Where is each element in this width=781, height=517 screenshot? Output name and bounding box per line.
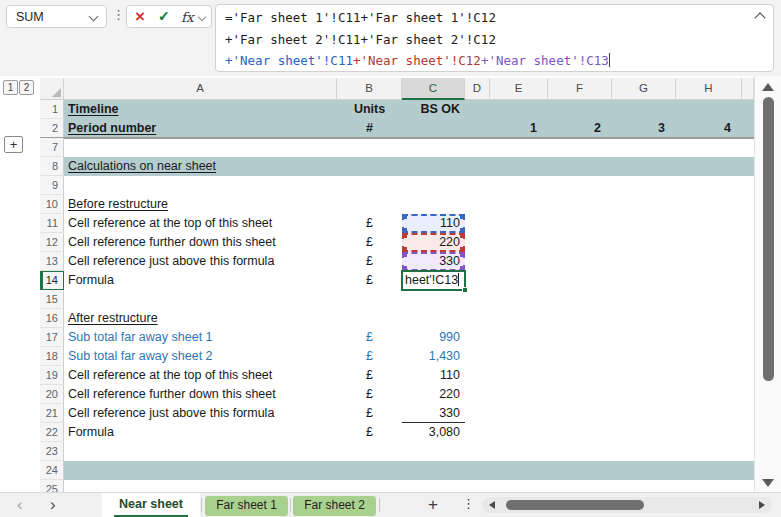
- outline-expand-button[interactable]: +: [4, 136, 23, 153]
- fill-handle[interactable]: [462, 287, 468, 293]
- horizontal-scrollbar-thumb[interactable]: [506, 500, 644, 510]
- sheet-more-icon[interactable]: ⋮: [462, 496, 475, 511]
- row-header-17[interactable]: 17: [40, 328, 64, 347]
- cell-C22[interactable]: 3,080: [402, 423, 465, 442]
- vertical-scrollbar[interactable]: [754, 76, 781, 492]
- row-header-21[interactable]: 21: [40, 404, 64, 423]
- cell-A12[interactable]: Cell reference further down this sheet: [64, 233, 337, 252]
- row-header-12[interactable]: 12: [40, 233, 64, 252]
- row-header-24[interactable]: 24: [40, 461, 64, 480]
- vertical-scrollbar-thumb[interactable]: [763, 97, 774, 381]
- cell-B13[interactable]: £: [337, 252, 402, 271]
- row-header-20[interactable]: 20: [40, 385, 64, 404]
- column-header-A[interactable]: A: [64, 78, 337, 100]
- cell-B17[interactable]: £: [337, 328, 402, 347]
- tab-far-sheet-1[interactable]: Far sheet 1: [205, 496, 288, 516]
- cell-A19[interactable]: Cell reference at the top of this sheet: [64, 366, 337, 385]
- cell-A22[interactable]: Formula: [64, 423, 337, 442]
- scroll-down-icon[interactable]: [762, 479, 774, 487]
- column-header-G[interactable]: G: [612, 78, 676, 100]
- scroll-left-icon[interactable]: [489, 501, 495, 509]
- row-header-9[interactable]: 9: [40, 176, 64, 195]
- column-header-H[interactable]: H: [676, 78, 742, 100]
- cell-C14-editing[interactable]: heet'!C13: [401, 270, 466, 291]
- cell-E2[interactable]: 1: [490, 119, 548, 138]
- cell-F2[interactable]: 2: [548, 119, 612, 138]
- cell-B2[interactable]: #: [337, 119, 402, 138]
- cell-B19[interactable]: £: [337, 366, 402, 385]
- cell-B12[interactable]: £: [337, 233, 402, 252]
- cell-B21[interactable]: £: [337, 404, 402, 423]
- enter-icon[interactable]: ✓: [158, 6, 170, 27]
- cell-B18[interactable]: £: [337, 347, 402, 366]
- name-box[interactable]: SUM: [6, 5, 107, 28]
- row-header-14[interactable]: 14: [40, 271, 64, 290]
- cell-B1[interactable]: Units: [337, 100, 402, 119]
- row-header-1[interactable]: 1: [40, 100, 64, 119]
- next-sheet-icon[interactable]: ›: [50, 493, 56, 516]
- add-sheet-icon[interactable]: +: [428, 494, 438, 516]
- prev-sheet-icon[interactable]: ‹: [17, 493, 23, 516]
- row-header-15[interactable]: 15: [40, 290, 64, 309]
- cell-G2[interactable]: 3: [612, 119, 676, 138]
- column-header-E[interactable]: E: [490, 78, 548, 100]
- cell-A18[interactable]: Sub total far away sheet 2: [64, 347, 337, 366]
- cell-C18[interactable]: 1,430: [402, 347, 465, 366]
- cell-A21[interactable]: Cell reference just above this formula: [64, 404, 337, 423]
- cell-B20[interactable]: £: [337, 385, 402, 404]
- row-header-18[interactable]: 18: [40, 347, 64, 366]
- cell-C1[interactable]: BS OK: [402, 100, 465, 119]
- cell-A8[interactable]: Calculations on near sheet: [64, 157, 337, 176]
- outline-level-button-2[interactable]: 2: [19, 80, 34, 95]
- row-header-7[interactable]: 7: [40, 138, 64, 157]
- cell-A20[interactable]: Cell reference further down this sheet: [64, 385, 337, 404]
- column-header-F[interactable]: F: [548, 78, 612, 100]
- row-header-11[interactable]: 11: [40, 214, 64, 233]
- row-header-25[interactable]: 25: [40, 480, 64, 492]
- tab-far-sheet-2[interactable]: Far sheet 2: [293, 496, 376, 516]
- cell-C17[interactable]: 990: [402, 328, 465, 347]
- row-header-16[interactable]: 16: [40, 309, 64, 328]
- cell-A14[interactable]: Formula: [64, 271, 337, 290]
- horizontal-scrollbar[interactable]: [482, 497, 772, 513]
- collapse-formula-bar-icon[interactable]: [754, 12, 765, 23]
- cell-B11[interactable]: £: [337, 214, 402, 233]
- cell-A2[interactable]: Period number: [64, 119, 337, 138]
- column-header-C[interactable]: C: [402, 78, 465, 100]
- cell-H2[interactable]: 4: [676, 119, 742, 138]
- cell-A10[interactable]: Before restructure: [64, 195, 337, 214]
- cell-C13[interactable]: 330: [402, 252, 465, 271]
- cancel-icon[interactable]: ×: [135, 6, 145, 27]
- formula-input[interactable]: ='Far sheet 1'!C11+'Far sheet 1'!C12+'Fa…: [215, 4, 774, 72]
- cell-C19[interactable]: 110: [402, 366, 465, 385]
- cell-B22[interactable]: £: [337, 423, 402, 442]
- column-header-D[interactable]: D: [465, 78, 490, 100]
- formula-segment: +'Near sheet'!C11: [225, 53, 353, 68]
- row-header-8[interactable]: 8: [40, 157, 64, 176]
- row-header-10[interactable]: 10: [40, 195, 64, 214]
- row-header-2[interactable]: 2: [40, 119, 64, 138]
- cell-A16[interactable]: After restructure: [64, 309, 337, 328]
- row-header-23[interactable]: 23: [40, 442, 64, 461]
- row-header-22[interactable]: 22: [40, 423, 64, 442]
- select-all-corner[interactable]: [40, 78, 64, 100]
- cell-C20[interactable]: 220: [402, 385, 465, 404]
- cell-A11[interactable]: Cell reference at the top of this sheet: [64, 214, 337, 233]
- row-header-13[interactable]: 13: [40, 252, 64, 271]
- insert-function-icon[interactable]: fx: [181, 7, 194, 27]
- cell-C21[interactable]: 330: [402, 404, 465, 423]
- tab-near-sheet[interactable]: Near sheet: [102, 493, 200, 517]
- column-header-B[interactable]: B: [337, 78, 402, 100]
- cell-B14[interactable]: £: [337, 271, 402, 290]
- cell-A13[interactable]: Cell reference just above this formula: [64, 252, 337, 271]
- cell-C11[interactable]: 110: [402, 214, 465, 233]
- chevron-down-icon[interactable]: [89, 12, 99, 22]
- chevron-down-icon[interactable]: [198, 13, 206, 21]
- cell-A1[interactable]: Timeline: [64, 100, 337, 119]
- cell-A17[interactable]: Sub total far away sheet 1: [64, 328, 337, 347]
- scroll-up-icon[interactable]: [762, 83, 774, 91]
- outline-level-button-1[interactable]: 1: [3, 80, 18, 95]
- cell-C12[interactable]: 220: [402, 233, 465, 252]
- row-header-19[interactable]: 19: [40, 366, 64, 385]
- scroll-right-icon[interactable]: [759, 501, 765, 509]
